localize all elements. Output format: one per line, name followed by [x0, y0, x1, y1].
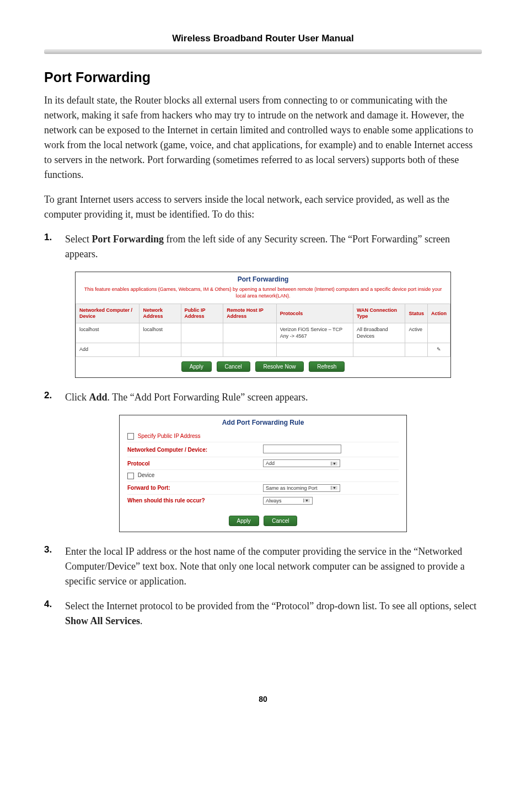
- page-number: 80: [44, 695, 482, 703]
- step-number: 2.: [44, 390, 65, 405]
- protocol-row: Protocol Add▼: [127, 457, 399, 470]
- resolve-now-button[interactable]: Resolve Now: [255, 361, 304, 372]
- panel-description: This feature enables applications (Games…: [76, 285, 450, 304]
- when-select[interactable]: Always▼: [263, 497, 313, 505]
- step-text: Enter the local IP address or the host n…: [65, 544, 482, 589]
- step-number: 4.: [44, 599, 65, 629]
- text: Enter the local: [65, 546, 125, 557]
- step-text: Select the Internet protocol to be provi…: [65, 599, 482, 629]
- device-checkbox-row: Device: [127, 470, 399, 481]
- device-checkbox-label: Device: [138, 472, 155, 478]
- step-number: 3.: [44, 544, 65, 589]
- step-2: 2. Click Add. The “Add Port Forwarding R…: [44, 390, 482, 405]
- specify-ip-label: Specify Public IP Address: [138, 433, 201, 439]
- panel-title: Port Forwarding: [76, 272, 450, 285]
- col-network-address: Network Address: [139, 304, 181, 323]
- when-row: When should this rule occur? Always▼: [127, 495, 399, 507]
- port-forwarding-screenshot: Port Forwarding This feature enables app…: [75, 272, 451, 378]
- text: .: [140, 615, 143, 626]
- refresh-button[interactable]: Refresh: [309, 361, 345, 372]
- cell-remote-host: [223, 323, 276, 343]
- step-number: 1.: [44, 232, 65, 262]
- cell-device[interactable]: localhost: [76, 323, 139, 343]
- chevron-down-icon: ▼: [331, 486, 337, 490]
- table-row-add: Add ✎: [76, 343, 450, 357]
- chevron-down-icon: ▼: [331, 462, 337, 465]
- intro-paragraph-1: In its default state, the Router blocks …: [44, 93, 482, 182]
- when-select-value: Always: [266, 498, 282, 504]
- protocol-select-value: Add: [266, 461, 275, 466]
- section-heading: Port Forwarding: [44, 69, 482, 85]
- col-public-ip: Public IP Address: [181, 304, 223, 323]
- header-divider: [44, 50, 482, 54]
- step-text: Click Add. The “Add Port Forwarding Rule…: [65, 390, 308, 405]
- protocol-label: Protocol: [127, 461, 263, 467]
- col-status: Status: [405, 304, 428, 323]
- forward-label: Forward to Port:: [127, 485, 263, 491]
- device-label: Networked Computer / Device:: [127, 447, 263, 453]
- device-input[interactable]: [263, 445, 341, 453]
- step-1: 1. Select Port Forwarding from the left …: [44, 232, 482, 262]
- step-3: 3. Enter the local IP address or the hos…: [44, 544, 482, 589]
- cell-network-address[interactable]: localhost: [139, 323, 181, 343]
- panel-title: Add Port Forwarding Rule: [120, 415, 406, 429]
- bold: Add: [89, 392, 108, 403]
- cancel-button[interactable]: Cancel: [217, 361, 250, 372]
- device-row: Networked Computer / Device:: [127, 442, 399, 457]
- text: Select the Internet protocol to be provi…: [65, 600, 476, 611]
- col-wan-type: WAN Connection Type: [353, 304, 405, 323]
- bold: Port Forwarding: [92, 234, 163, 245]
- button-row: Apply Cancel: [120, 511, 406, 532]
- step-text: Select Port Forwarding from the left sid…: [65, 232, 482, 262]
- cell-protocols: Verizon FiOS Service – TCP Any -> 4567: [276, 323, 353, 343]
- table-row: localhost localhost Verizon FiOS Service…: [76, 323, 450, 343]
- device-checkbox[interactable]: [127, 473, 134, 479]
- add-action-icon[interactable]: ✎: [427, 343, 450, 357]
- intro-paragraph-2: To grant Internet users access to server…: [44, 192, 482, 222]
- add-rule-screenshot: Add Port Forwarding Rule Specify Public …: [119, 415, 407, 532]
- small-caps: IP: [125, 546, 134, 557]
- table-header-row: Networked Computer / Device Network Addr…: [76, 304, 450, 323]
- forward-row: Forward to Port: Same as Incoming Port▼: [127, 482, 399, 495]
- text: Select: [65, 234, 92, 245]
- port-forwarding-table: Networked Computer / Device Network Addr…: [76, 304, 450, 357]
- cell-status: Active: [405, 323, 428, 343]
- cell-public-ip: [181, 323, 223, 343]
- step-4: 4. Select the Internet protocol to be pr…: [44, 599, 482, 629]
- apply-button[interactable]: Apply: [229, 516, 259, 526]
- chevron-down-icon: ▼: [303, 499, 310, 502]
- apply-button[interactable]: Apply: [181, 361, 212, 372]
- text: Click: [65, 392, 89, 403]
- forward-select[interactable]: Same as Incoming Port▼: [263, 484, 340, 492]
- text: . The “Add Port Forwarding Rule” screen …: [108, 392, 308, 403]
- forward-select-value: Same as Incoming Port: [266, 485, 318, 491]
- specify-public-ip-row: Specify Public IP Address: [127, 431, 399, 442]
- bold: Show All Services: [65, 615, 140, 626]
- col-networked-device: Networked Computer / Device: [76, 304, 139, 323]
- button-row: Apply Cancel Resolve Now Refresh: [76, 357, 450, 377]
- protocol-select[interactable]: Add▼: [263, 459, 340, 467]
- specify-ip-checkbox[interactable]: [127, 433, 134, 440]
- add-link[interactable]: Add: [76, 343, 139, 357]
- cancel-button[interactable]: Cancel: [264, 516, 297, 526]
- col-protocols: Protocols: [276, 304, 353, 323]
- col-action: Action: [427, 304, 450, 323]
- when-label: When should this rule occur?: [127, 497, 263, 504]
- cell-wan-type: All Broadband Devices: [353, 323, 405, 343]
- cell-action: [427, 323, 450, 343]
- col-remote-host-ip: Remote Host IP Address: [223, 304, 276, 323]
- manual-header: Wireless Broadband Router User Manual: [44, 33, 482, 44]
